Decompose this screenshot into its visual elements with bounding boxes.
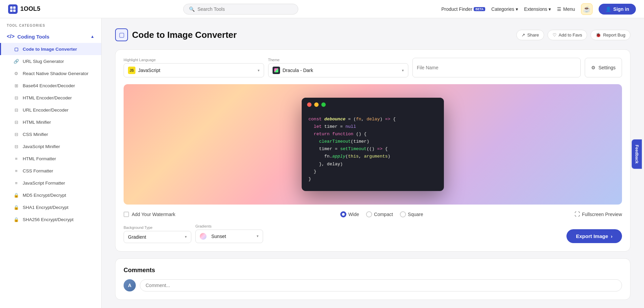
sidebar-section-label: Coding Tools <box>17 34 49 40</box>
sidebar-item-label: JavaScript Formatter <box>23 181 65 186</box>
bg-type-dropdown[interactable]: Gradient ▾ <box>124 231 191 243</box>
report-bug-label: Report Bug <box>603 32 625 38</box>
radio-circle-compact[interactable] <box>366 211 372 217</box>
sidebar-item-sha256[interactable]: 🔒 SHA256 Encrypt/Decrypt <box>0 213 101 226</box>
sidebar-item-label: Code to Image Converter <box>23 47 77 52</box>
code-line-6: fn.apply(this, arguments) <box>308 153 437 160</box>
sidebar-item-code-to-image[interactable]: ▢ Code to Image Converter <box>0 43 101 55</box>
feedback-button[interactable]: Feedback <box>631 139 642 169</box>
sidebar-item-url-slug[interactable]: 🔗 URL Slug Generator <box>0 55 101 67</box>
sidebar-item-base64[interactable]: ⊞ Base64 Encoder/Decoder <box>0 79 101 92</box>
compact-label: Compact <box>374 212 393 217</box>
gradients-group: Gradients Sunset ▾ <box>195 224 263 243</box>
sidebar-section-coding[interactable]: </> Coding Tools ▲ <box>0 30 101 43</box>
export-button[interactable]: Export Image › <box>566 229 622 243</box>
menu-button[interactable]: ☰ Menu <box>557 6 575 12</box>
signin-button[interactable]: 👤 Sign in <box>599 4 636 15</box>
sidebar-item-react-shadow[interactable]: ⚙ React Native Shadow Generator <box>0 67 101 79</box>
sidebar-item-css-formatter[interactable]: ≡ CSS Formatter <box>0 165 101 177</box>
feedback-label: Feedback <box>634 145 639 163</box>
filename-group <box>412 58 581 77</box>
categories-label: Categories <box>491 6 514 12</box>
js-formatter-icon: ≡ <box>13 180 19 186</box>
highlight-language-dropdown[interactable]: JS JavaScript ▾ <box>124 63 264 77</box>
radio-circle-wide[interactable] <box>340 211 346 217</box>
sidebar-item-js-minifier[interactable]: ⊟ JavaScript Minifier <box>0 140 101 152</box>
page-title: Code to Image Converter <box>132 30 237 40</box>
extensions-nav[interactable]: Extensions ▾ <box>524 6 551 12</box>
watermark-label: Add Your Watermark <box>132 212 175 217</box>
sidebar-item-label: Base64 Encoder/Decoder <box>23 83 75 88</box>
logo-text: 1OOL5 <box>20 5 40 13</box>
css-formatter-icon: ≡ <box>13 168 19 174</box>
sidebar-item-md5[interactable]: 🔒 MD5 Encrypt/Decrypt <box>0 189 101 201</box>
bg-type-group: Background Type Gradient ▾ <box>124 226 191 243</box>
tool-card: Highlight Language JS JavaScript ▾ Theme <box>115 49 630 252</box>
comment-input[interactable] <box>140 279 622 291</box>
sha256-icon: 🔒 <box>13 216 19 222</box>
heart-icon: ♡ <box>553 32 557 38</box>
dropdown-inner: JS JavaScript <box>128 67 160 74</box>
radio-circle-square[interactable] <box>400 211 406 217</box>
code-preview-container: const debounce = (fn, delay) => { let ti… <box>124 84 622 205</box>
categories-chevron: ▾ <box>516 6 518 12</box>
radio-square[interactable]: Square <box>400 211 423 217</box>
share-label: Share <box>527 32 539 38</box>
hamburger-icon: ☰ <box>557 6 561 12</box>
radio-compact[interactable]: Compact <box>366 211 393 217</box>
theme-badge <box>273 67 280 74</box>
main-content: ▢ Code to Image Converter ↗ Share ♡ Add … <box>102 18 644 308</box>
sidebar-item-label: URL Slug Generator <box>23 59 64 64</box>
dot-green <box>321 102 326 107</box>
bg-type-label: Background Type <box>124 226 191 230</box>
report-bug-button[interactable]: 🐞 Report Bug <box>591 30 630 40</box>
share-icon: ↗ <box>521 32 525 38</box>
svg-rect-0 <box>10 6 13 9</box>
fullscreen-icon: ⛶ <box>575 211 580 217</box>
code-line-2: let timer = null <box>308 123 437 131</box>
search-bar[interactable]: 🔍 <box>183 4 298 15</box>
sidebar-item-label: CSS Minifier <box>23 132 48 137</box>
sidebar-item-url-encoder[interactable]: ⊟ URL Encoder/Decoder <box>0 104 101 116</box>
html-formatter-icon: ≡ <box>13 156 19 162</box>
add-favs-label: Add to Favs <box>559 32 582 38</box>
sidebar-item-label: SHA1 Encrypt/Decrypt <box>23 205 68 210</box>
add-to-favs-button[interactable]: ♡ Add to Favs <box>548 30 587 40</box>
product-finder-nav[interactable]: Product Finder BETA <box>441 6 485 12</box>
sidebar-item-html-formatter[interactable]: ≡ HTML Formatter <box>0 152 101 165</box>
theme-dropdown[interactable]: Dracula - Dark ▾ <box>268 63 409 77</box>
code-body[interactable]: const debounce = (fn, delay) => { let ti… <box>302 110 444 191</box>
sidebar-item-label: CSS Formatter <box>23 168 53 173</box>
fullscreen-button[interactable]: ⛶ Fullscreen Preview <box>575 211 622 217</box>
gradients-dropdown[interactable]: Sunset ▾ <box>195 230 263 243</box>
sidebar-item-css-minifier[interactable]: ⊟ CSS Minifier <box>0 128 101 140</box>
sidebar-item-label: MD5 Encrypt/Decrypt <box>23 193 66 198</box>
watermark-checkbox[interactable] <box>124 212 129 217</box>
svg-rect-1 <box>13 6 16 9</box>
logo[interactable]: 1OOL5 <box>8 4 40 14</box>
app-layout: TOOL CATEGORIES </> Coding Tools ▲ ▢ Cod… <box>0 18 644 308</box>
coffee-button[interactable]: ☕ <box>581 3 593 15</box>
product-finder-label: Product Finder <box>441 6 472 12</box>
categories-nav[interactable]: Categories ▾ <box>491 6 518 12</box>
sidebar-item-html-minifier[interactable]: ⊟ HTML Minifier <box>0 116 101 128</box>
dot-yellow <box>314 102 319 107</box>
filename-input[interactable] <box>412 58 581 77</box>
sidebar-item-html-encoder[interactable]: ⊟ HTML Encoder/Decoder <box>0 92 101 104</box>
settings-button[interactable]: ⚙ Settings <box>585 58 622 77</box>
code-line-1: const debounce = (fn, delay) => { <box>308 116 437 123</box>
sidebar-item-sha1[interactable]: 🔒 SHA1 Encrypt/Decrypt <box>0 201 101 213</box>
menu-label: Menu <box>563 6 575 12</box>
url-slug-icon: 🔗 <box>13 58 19 64</box>
comments-section: Comments A <box>115 258 630 300</box>
bg-export-row: Background Type Gradient ▾ Gradients Sun… <box>124 224 622 243</box>
base64-icon: ⊞ <box>13 82 19 89</box>
search-input[interactable] <box>197 6 293 12</box>
gradients-value: Sunset <box>211 234 226 239</box>
share-button[interactable]: ↗ Share <box>516 30 544 40</box>
radio-wide[interactable]: Wide <box>340 211 359 217</box>
sidebar-item-js-formatter[interactable]: ≡ JavaScript Formatter <box>0 177 101 189</box>
code-to-image-icon: ▢ <box>13 46 19 52</box>
options-row: Add Your Watermark Wide Compact <box>124 211 622 217</box>
html-minifier-icon: ⊟ <box>13 119 19 125</box>
